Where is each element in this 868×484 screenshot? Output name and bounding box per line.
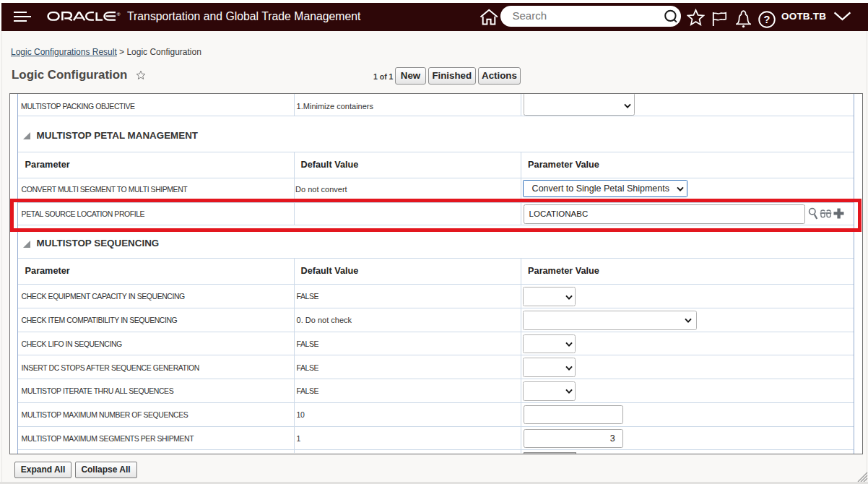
svg-text:®: ® — [117, 12, 121, 17]
svg-text:?: ? — [763, 14, 770, 25]
